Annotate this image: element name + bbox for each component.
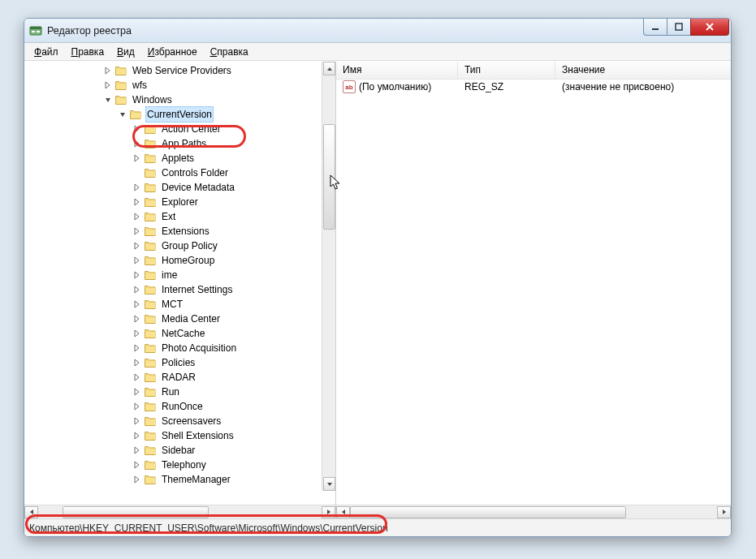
tree-node[interactable]: Run [26, 385, 335, 399]
tree-node-label[interactable]: Policies [160, 355, 197, 370]
expander-closed-icon[interactable] [132, 124, 142, 134]
tree-node[interactable]: Internet Settings [26, 282, 335, 297]
menu-правка[interactable]: Правка [65, 45, 111, 59]
expander-closed-icon[interactable] [132, 139, 142, 148]
column-name[interactable]: Имя [336, 62, 458, 79]
tree-node-label[interactable]: NetCache [160, 326, 206, 341]
tree-node[interactable]: Ext [26, 209, 335, 224]
expander-closed-icon[interactable] [132, 372, 142, 382]
tree-horizontal-scrollbar[interactable] [24, 505, 335, 518]
expander-closed-icon[interactable] [103, 80, 113, 90]
scroll-track[interactable] [323, 75, 335, 477]
scroll-down-button[interactable] [323, 477, 335, 491]
tree-node-label[interactable]: Controls Folder [160, 166, 230, 180]
tree-node[interactable]: Telephony [26, 458, 335, 472]
tree-node-label[interactable]: Extensions [160, 224, 211, 239]
tree-node-label[interactable]: Device Metadata [160, 180, 236, 195]
tree-node[interactable]: Explorer [26, 195, 335, 209]
expander-closed-icon[interactable] [132, 475, 142, 484]
tree-node-label[interactable]: RADAR [160, 370, 197, 385]
registry-tree[interactable]: Web Service ProviderswfsWindowsCurrentVe… [24, 62, 335, 488]
titlebar[interactable]: Редактор реестра [24, 19, 731, 43]
tree-node-label[interactable]: Windows [131, 92, 174, 107]
tree-node-label[interactable]: Group Policy [160, 239, 219, 253]
tree-node-label[interactable]: Photo Acquisition [160, 341, 238, 355]
tree-node[interactable]: Action Center [26, 122, 335, 136]
tree-node-label[interactable]: Applets [160, 151, 196, 166]
expander-closed-icon[interactable] [132, 256, 142, 265]
expander-closed-icon[interactable] [132, 226, 142, 236]
close-button[interactable] [690, 19, 729, 36]
scroll-thumb[interactable] [323, 124, 335, 230]
expander-closed-icon[interactable] [132, 183, 142, 192]
tree-node-label[interactable]: Web Service Providers [131, 63, 233, 78]
tree-node-label[interactable]: HomeGroup [160, 253, 216, 268]
expander-closed-icon[interactable] [132, 431, 142, 441]
tree-node[interactable]: Shell Extensions [26, 428, 335, 443]
scroll-left-button[interactable] [24, 506, 38, 518]
tree-node-label[interactable]: Explorer [160, 195, 200, 209]
tree-node[interactable]: App Paths [26, 136, 335, 151]
tree-node[interactable]: Policies [26, 355, 335, 370]
scroll-right-button[interactable] [322, 506, 335, 518]
scroll-left-button[interactable] [336, 506, 350, 518]
tree-node[interactable]: NetCache [26, 326, 335, 341]
tree-node[interactable]: CurrentVersion [26, 107, 335, 122]
tree-node[interactable]: ime [26, 268, 335, 282]
scroll-thumb[interactable] [63, 506, 209, 518]
column-data[interactable]: Значение [555, 62, 731, 79]
tree-node[interactable]: wfs [26, 78, 335, 92]
expander-closed-icon[interactable] [132, 212, 142, 221]
tree-node-label[interactable]: Ext [160, 209, 177, 224]
value-list-header[interactable]: Имя Тип Значение [336, 62, 731, 80]
tree-node[interactable]: ThemeManager [26, 472, 335, 487]
expander-closed-icon[interactable] [132, 329, 142, 338]
tree-node-label[interactable]: Sidebar [160, 443, 197, 458]
expander-closed-icon[interactable] [132, 343, 142, 353]
menu-файл[interactable]: Файл [28, 45, 65, 59]
tree-node[interactable]: Extensions [26, 224, 335, 239]
menu-вид[interactable]: Вид [110, 45, 141, 59]
tree-node-label[interactable]: RunOnce [160, 399, 205, 414]
expander-closed-icon[interactable] [132, 270, 142, 280]
tree-node[interactable]: Controls Folder [26, 166, 335, 180]
value-row[interactable]: ab(По умолчанию)REG_SZ(значение не присв… [336, 80, 731, 94]
tree-node[interactable]: Windows [26, 92, 335, 107]
tree-node[interactable]: RADAR [26, 370, 335, 385]
expander-closed-icon[interactable] [132, 241, 142, 251]
tree-node[interactable]: Photo Acquisition [26, 341, 335, 355]
expander-closed-icon[interactable] [132, 314, 142, 324]
scroll-thumb[interactable] [350, 506, 626, 518]
tree-node-label[interactable]: Run [160, 385, 181, 399]
value-horizontal-scrollbar[interactable] [336, 505, 731, 518]
expander-closed-icon[interactable] [132, 445, 142, 455]
minimize-button[interactable] [643, 19, 667, 36]
tree-node[interactable]: MCT [26, 297, 335, 312]
tree-node-label[interactable]: CurrentVersion [145, 106, 214, 123]
value-list[interactable]: ab(По умолчанию)REG_SZ(значение не присв… [336, 80, 731, 505]
tree-node[interactable]: RunOnce [26, 399, 335, 414]
scroll-track[interactable] [350, 506, 717, 518]
tree-node[interactable]: Media Center [26, 312, 335, 326]
expander-open-icon[interactable] [103, 95, 113, 105]
scroll-right-button[interactable] [717, 506, 731, 518]
maximize-button[interactable] [667, 19, 691, 36]
expander-closed-icon[interactable] [132, 358, 142, 368]
column-type[interactable]: Тип [458, 62, 555, 79]
expander-closed-icon[interactable] [132, 153, 142, 163]
tree-node[interactable]: Sidebar [26, 443, 335, 458]
expander-open-icon[interactable] [118, 110, 127, 119]
tree-vertical-scrollbar[interactable] [322, 62, 335, 491]
expander-closed-icon[interactable] [132, 416, 142, 426]
tree-node-label[interactable]: Shell Extensions [160, 428, 235, 443]
expander-closed-icon[interactable] [132, 387, 142, 397]
tree-node[interactable]: Device Metadata [26, 180, 335, 195]
tree-node-label[interactable]: Screensavers [160, 414, 222, 428]
tree-node-label[interactable]: Action Center [160, 122, 222, 136]
tree-node[interactable]: Web Service Providers [26, 63, 335, 78]
tree-node-label[interactable]: Media Center [160, 312, 222, 326]
expander-closed-icon[interactable] [103, 66, 113, 75]
tree-node[interactable]: Screensavers [26, 414, 335, 428]
tree-node[interactable]: Applets [26, 151, 335, 166]
menu-избранное[interactable]: Избранное [141, 45, 204, 59]
